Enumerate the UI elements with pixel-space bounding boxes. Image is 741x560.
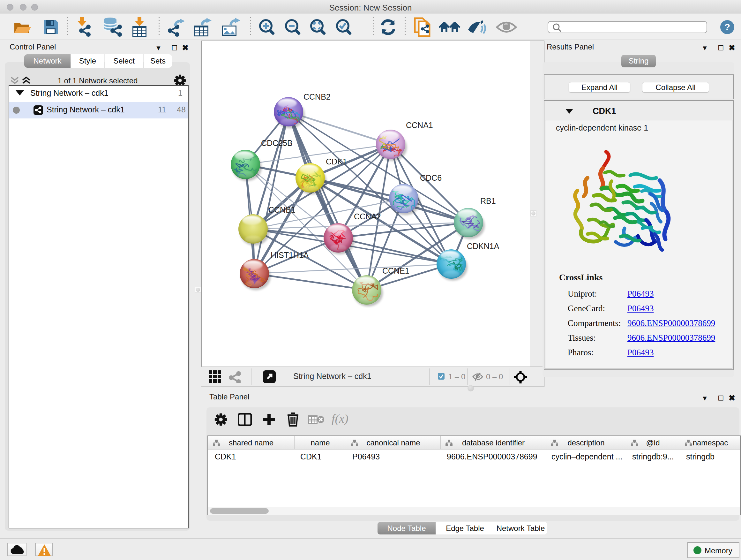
svg-text:CCNE1: CCNE1 <box>382 266 409 275</box>
svg-text:CDC25B: CDC25B <box>261 138 293 147</box>
svg-text:RB1: RB1 <box>480 196 496 205</box>
svg-text:HIST1H1A: HIST1H1A <box>271 251 309 260</box>
svg-text:CCNA2: CCNA2 <box>354 212 381 221</box>
svg-text:CDKN1A: CDKN1A <box>467 242 499 251</box>
svg-text:CCNB1: CCNB1 <box>268 205 295 214</box>
svg-text:CDC6: CDC6 <box>420 173 442 182</box>
svg-text:CCNB2: CCNB2 <box>304 92 331 101</box>
svg-text:CDK1: CDK1 <box>326 157 347 166</box>
svg-text:CCNA1: CCNA1 <box>406 121 433 130</box>
